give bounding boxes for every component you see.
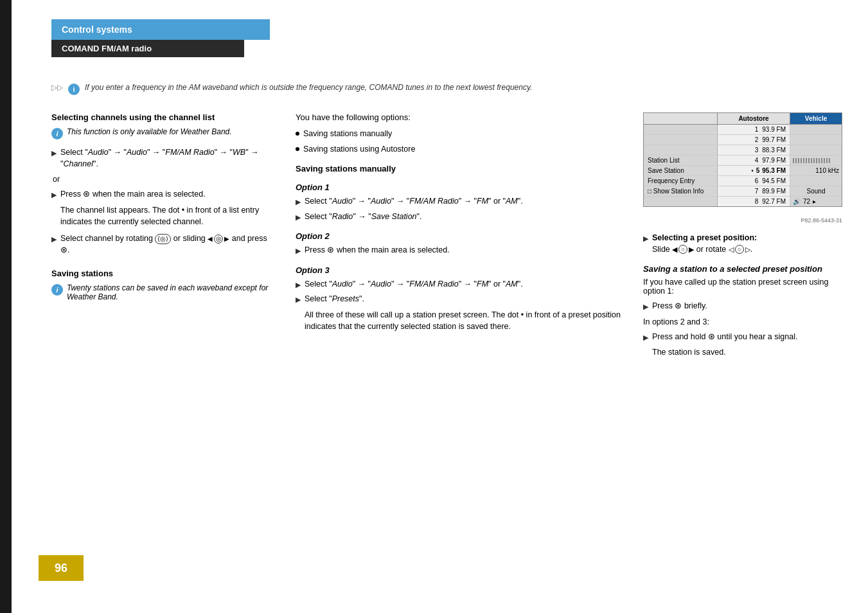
preset-heading-text: Selecting a preset position: Slide ◀○▶ o… xyxy=(652,233,757,255)
info-icon: i xyxy=(68,84,80,95)
option-2-label: Option 2 xyxy=(296,231,624,241)
info-icon-2: i xyxy=(51,128,63,139)
opt1-step2-text: Select "Radio" → "Save Station". xyxy=(305,211,421,223)
saving-preset-intro: If you have called up the station preset… xyxy=(643,278,842,296)
info-cell-3 xyxy=(790,145,842,155)
subsection-header: COMAND FM/AM radio xyxy=(51,40,244,57)
freq-cell-5: • 5 95.3 FM xyxy=(718,166,790,175)
station-freq-3: 88.3 FM xyxy=(762,147,786,154)
info-cell-1 xyxy=(790,125,842,134)
info-cell-6 xyxy=(790,176,842,186)
radio-center-header: Autostore xyxy=(718,113,790,124)
top-note-block: ▷▷ i If you enter a frequency in the AM … xyxy=(51,83,842,100)
station-row-1: 1 93.9 FM xyxy=(644,125,842,135)
option-1-label: Option 1 xyxy=(296,182,624,192)
saving-preset-heading: Saving a station to a selected preset po… xyxy=(643,264,842,274)
opt3-step1: ▶ Select "Audio" → "Audio" → "FM/AM Radi… xyxy=(296,279,624,290)
preset-step2: ▶ Press and hold ⊛ until you hear a sign… xyxy=(643,332,842,343)
menu-cell-station-list: Station List xyxy=(644,155,718,165)
info-cell-4 xyxy=(790,155,842,165)
selecting-channels-info-text: This function is only available for Weat… xyxy=(67,127,232,139)
bullet-saving-autostore: Saving stations using Autostore xyxy=(296,144,624,155)
preset-step1: ▶ Press ⊛ briefly. xyxy=(643,301,842,312)
bullet-dot-2 xyxy=(296,147,299,151)
speaker-icon: 🔊 xyxy=(793,198,801,205)
or-divider: or xyxy=(51,175,276,184)
top-note-text: If you enter a frequency in the AM waveb… xyxy=(85,83,532,92)
bullet-arrow-1: ▶ xyxy=(51,148,57,170)
subsection-title: COMAND FM/AM radio xyxy=(62,44,152,53)
select-step-2: ▶ Press ⊛ when the main area is selected… xyxy=(51,189,276,200)
station-num-5: 5 xyxy=(756,167,760,174)
opt2-arrow1: ▶ xyxy=(296,246,301,256)
freq-cell-8: 8 92.7 FM xyxy=(718,197,790,206)
opt3-arrow2: ▶ xyxy=(296,295,301,305)
station-freq-6: 94.5 FM xyxy=(762,177,786,184)
opt3-step1-text: Select "Audio" → "Audio" → "FM/AM Radio"… xyxy=(305,279,523,290)
select-step-3: ▶ Select channel by rotating ⟨◎⟩ or slid… xyxy=(51,233,276,256)
info-cell-7: Sound xyxy=(790,186,842,196)
opt3-note: All three of these will call up a statio… xyxy=(305,309,624,333)
station-num-3: 3 xyxy=(755,147,759,154)
station-row-3: 3 88.3 FM xyxy=(644,145,842,155)
volume-value: 72 xyxy=(803,198,810,205)
preset-step1-arrow: ▶ xyxy=(643,302,648,312)
select-step-1-text: Select "Audio" → "Audio" → "FM/AM Radio"… xyxy=(60,147,276,170)
radio-ui-section: Autostore Vehicle 1 93.9 FM xyxy=(643,112,842,357)
station-num-7: 7 xyxy=(755,188,759,195)
opt2-step1: ▶ Press ⊛ when the main area is selected… xyxy=(296,245,624,256)
in-options-note: In options 2 and 3: xyxy=(643,317,842,326)
options-intro: You have the following options: xyxy=(296,112,624,122)
section-title: Control systems xyxy=(62,24,132,35)
selecting-channels-heading: Selecting channels using the channel lis… xyxy=(51,112,276,122)
bullet-arrow-2: ▶ xyxy=(51,190,57,200)
station-freq-2: 99.7 FM xyxy=(762,136,786,143)
opt1-arrow1: ▶ xyxy=(296,197,301,208)
rotate-control-icon: ◁○▷ xyxy=(729,245,750,254)
dot-indicator: • xyxy=(752,168,754,174)
progress-bar xyxy=(793,158,831,163)
freq-cell-7: 7 89.9 FM xyxy=(718,186,790,196)
preset-bullet-arrow: ▶ xyxy=(643,234,648,255)
menu-cell-1 xyxy=(644,125,718,134)
station-freq-1: 93.9 FM xyxy=(762,126,786,133)
menu-cell-show: □ Show Station Info xyxy=(644,186,718,196)
bullet-saving-autostore-text: Saving stations using Autostore xyxy=(303,144,415,155)
left-column: Selecting channels using the channel lis… xyxy=(51,112,276,357)
station-row-2: 2 99.7 FM xyxy=(644,135,842,145)
menu-cell-2 xyxy=(644,135,718,145)
opt2-step1-text: Press ⊛ when the main area is selected. xyxy=(305,245,450,256)
station-freq-8: 92.7 FM xyxy=(762,198,786,205)
freq-cell-3: 3 88.3 FM xyxy=(718,145,790,155)
left-sidebar-bar xyxy=(0,0,12,613)
info-cell-5: 110 kHz xyxy=(790,166,842,175)
page-number: 96 xyxy=(55,562,67,575)
preset-step2-text: Press and hold ⊛ until you hear a signal… xyxy=(652,332,797,343)
saving-stations-info: i Twenty stations can be saved in each w… xyxy=(51,283,276,301)
station-num-2: 2 xyxy=(755,136,759,143)
select-step-1: ▶ Select "Audio" → "Audio" → "FM/AM Radi… xyxy=(51,147,276,170)
bullet-saving-manually: Saving stations manually xyxy=(296,129,624,140)
bullet-arrow-3: ▶ xyxy=(51,235,57,256)
station-freq-4: 97.9 FM xyxy=(762,157,786,164)
menu-cell-freq: Frequency Entry xyxy=(644,176,718,186)
forward-arrows-icon: ▷▷ xyxy=(51,83,63,92)
opt1-step1: ▶ Select "Audio" → "Audio" → "FM/AM Radi… xyxy=(296,196,624,208)
volume-arrow: ▸ xyxy=(813,198,816,205)
preset-step1-text: Press ⊛ briefly. xyxy=(652,301,707,312)
opt3-step2: ▶ Select "Presets". xyxy=(296,294,624,305)
station-freq-5: 95.3 FM xyxy=(762,167,786,174)
menu-cell-save: Save Station xyxy=(644,166,718,175)
saving-stations-info-text: Twenty stations can be saved in each wav… xyxy=(67,283,276,301)
option-3-label: Option 3 xyxy=(296,265,624,275)
menu-cell-8 xyxy=(644,197,718,206)
freq-cell-1: 1 93.9 FM xyxy=(718,125,790,134)
section-header: Control systems xyxy=(51,19,270,40)
freq-cell-6: 6 94.5 FM xyxy=(718,176,790,186)
info-icon-3: i xyxy=(51,284,63,296)
selecting-channels-info: i This function is only available for We… xyxy=(51,127,276,139)
slide-icon: ◀◎▶ xyxy=(208,235,229,244)
select-step-2-text: Press ⊛ when the main area is selected. xyxy=(60,189,206,200)
station-num-6: 6 xyxy=(755,177,759,184)
radio-right-header: Vehicle xyxy=(790,113,842,124)
